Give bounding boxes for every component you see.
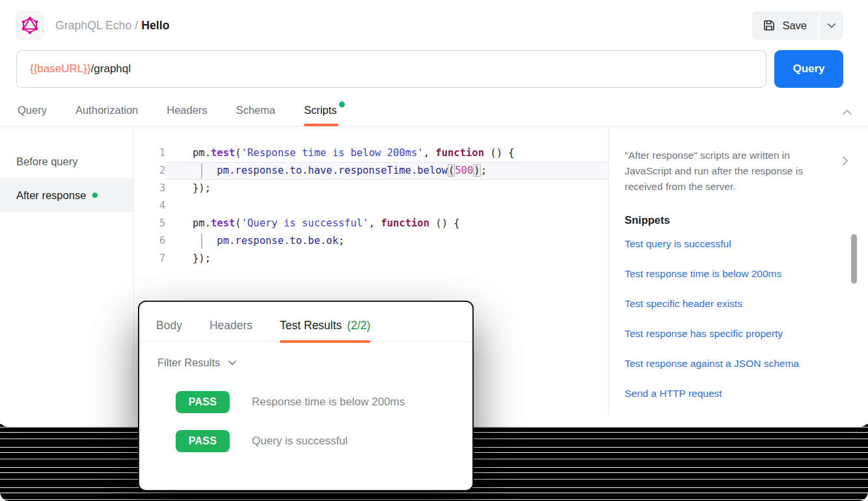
indent-guide <box>201 163 202 178</box>
sidebar-item-after-response[interactable]: After response <box>0 178 133 212</box>
tab-headers[interactable]: Headers <box>167 104 207 126</box>
url-variable: {{baseURL}} <box>30 62 91 75</box>
graphql-logo-icon <box>16 11 44 40</box>
snippet-link-test-specific-header-exists[interactable]: Test specific header exists <box>625 298 829 310</box>
chevron-down-icon <box>827 23 836 29</box>
tab-authorization[interactable]: Authorization <box>75 104 138 126</box>
save-button-group: Save <box>752 11 843 40</box>
test-results-list: PASSResponse time is below 200msPASSQuer… <box>139 369 472 452</box>
scrollbar-thumb[interactable] <box>851 234 857 284</box>
breadcrumb: GraphQL Echo / Hello <box>16 11 169 40</box>
response-tab-headers[interactable]: Headers <box>210 319 252 342</box>
top-bar: GraphQL Echo / Hello Save <box>0 0 868 45</box>
tab-scripts[interactable]: Scripts <box>304 104 336 126</box>
collapse-panel-button[interactable] <box>842 109 852 116</box>
code-text: pm.response.to.be.ok; <box>165 232 608 250</box>
snippets-list: Test query is successfulTest response ti… <box>625 238 829 399</box>
line-number: 7 <box>134 250 165 267</box>
indent-guide <box>201 234 202 249</box>
chevron-right-icon[interactable] <box>842 156 848 166</box>
breadcrumb-separator: / <box>131 19 141 32</box>
test-results-popup: BodyHeadersTest Results(2/2) Filter Resu… <box>138 301 474 491</box>
code-line: 2 pm.response.to.have.responseTime.below… <box>134 162 608 180</box>
snippet-link-test-response-has-specific-property[interactable]: Test response has specific property <box>625 328 829 340</box>
test-result-label: Query is successful <box>252 435 347 448</box>
docs-panel: "After response" scripts are written in … <box>608 127 868 414</box>
test-result-row: PASSQuery is successful <box>176 430 472 452</box>
test-result-label: Response time is below 200ms <box>252 396 405 409</box>
response-tab-body[interactable]: Body <box>156 319 182 342</box>
code-line: 4 <box>134 197 608 215</box>
breadcrumb-text: GraphQL Echo / Hello <box>55 19 169 33</box>
breadcrumb-request: Hello <box>141 19 169 32</box>
url-path: /graphql <box>91 62 131 75</box>
pass-status-badge: PASS <box>176 430 230 452</box>
line-number: 4 <box>134 197 165 215</box>
code-line: 6 pm.response.to.be.ok; <box>134 232 608 250</box>
filter-results-label: Filter Results <box>157 357 220 369</box>
code-text: }); <box>165 250 608 267</box>
save-icon <box>763 19 776 32</box>
line-number: 5 <box>134 215 165 232</box>
filter-results-dropdown[interactable]: Filter Results <box>139 342 472 369</box>
chevron-up-icon <box>842 109 852 116</box>
snippet-link-test-response-against-a-json-schema[interactable]: Test response against a JSON schema <box>625 358 829 370</box>
url-row: {{baseURL}}/graphql Query <box>0 45 868 88</box>
code-text <box>165 197 608 215</box>
line-number: 2 <box>134 162 165 180</box>
snippet-link-send-a-http-request[interactable]: Send a HTTP request <box>625 388 829 399</box>
code-text: pm.test('Query is successful', function … <box>165 215 608 232</box>
snippets-title: Snippets <box>625 214 829 226</box>
test-result-row: PASSResponse time is below 200ms <box>176 391 472 413</box>
docs-description: "After response" scripts are written in … <box>625 148 820 195</box>
url-input[interactable]: {{baseURL}}/graphql <box>16 50 766 88</box>
save-button-label: Save <box>782 20 807 32</box>
test-pass-count: (2/2) <box>347 319 370 332</box>
snippet-link-test-query-is-successful[interactable]: Test query is successful <box>625 238 829 250</box>
code-text: }); <box>165 180 608 197</box>
sidebar-item-before-query[interactable]: Before query <box>0 144 133 178</box>
code-line: 5pm.test('Query is successful', function… <box>134 215 608 232</box>
unsaved-changes-dot <box>339 102 345 107</box>
code-text: pm.test('Response time is below 200ms', … <box>165 144 608 162</box>
tab-query[interactable]: Query <box>18 104 47 126</box>
breadcrumb-collection[interactable]: GraphQL Echo <box>55 19 131 32</box>
response-tab-bar: BodyHeadersTest Results(2/2) <box>139 302 472 342</box>
code-line: 3}); <box>134 180 608 197</box>
sidebar-item-label: Before query <box>16 156 77 168</box>
line-number: 6 <box>134 232 165 250</box>
chevron-down-icon <box>228 360 237 366</box>
line-number: 1 <box>134 144 165 162</box>
tab-schema[interactable]: Schema <box>236 104 276 126</box>
query-button[interactable]: Query <box>774 50 843 88</box>
line-number: 3 <box>134 180 165 197</box>
pass-status-badge: PASS <box>176 391 230 413</box>
sidebar-item-label: After response <box>16 189 86 202</box>
code-text: pm.response.to.have.responseTime.below(5… <box>165 162 608 180</box>
save-button[interactable]: Save <box>752 11 819 40</box>
request-tab-bar: QueryAuthorizationHeadersSchemaScripts <box>0 88 868 127</box>
snippet-link-test-response-time-is-below-200ms[interactable]: Test response time is below 200ms <box>625 268 829 280</box>
code-line: 7}); <box>134 250 608 267</box>
response-tab-test-results[interactable]: Test Results(2/2) <box>280 319 370 342</box>
script-sidebar: Before queryAfter response <box>0 127 134 414</box>
save-dropdown-button[interactable] <box>820 11 843 40</box>
script-active-dot <box>92 193 98 198</box>
code-line: 1pm.test('Response time is below 200ms',… <box>134 144 608 162</box>
app-window: GraphQL Echo / Hello Save <box>0 0 868 501</box>
